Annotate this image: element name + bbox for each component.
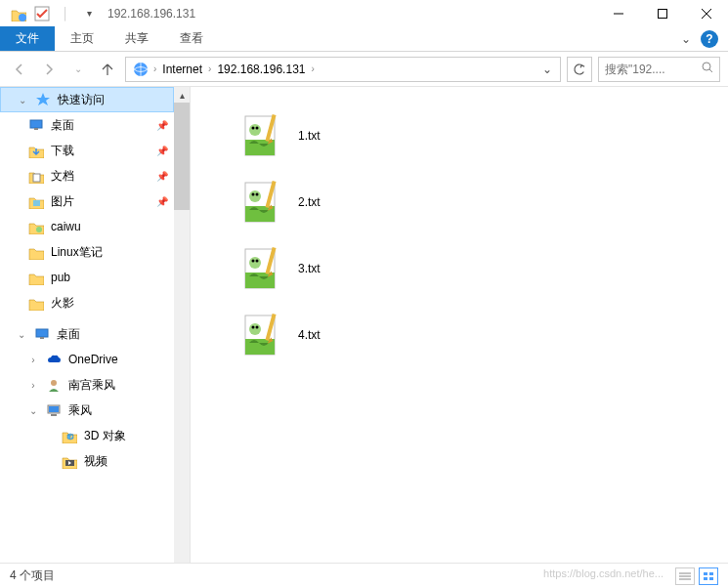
sidebar-item-label: 图片 [51, 193, 74, 210]
ribbon-chevron-icon[interactable]: ⌄ [681, 32, 691, 46]
pin-icon: 📌 [156, 146, 168, 156]
breadcrumb-internet[interactable]: Internet [158, 63, 206, 76]
icons-view-button[interactable] [699, 567, 718, 585]
sidebar-item-3d[interactable]: 3D 对象 [0, 423, 174, 448]
sidebar-item-label: 火影 [51, 295, 74, 312]
sidebar-item-下载[interactable]: 下载📌 [0, 138, 174, 163]
status-bar: 4 个项目 https://blog.csdn.net/he... [0, 563, 728, 588]
recent-dropdown-icon[interactable]: ⌄ [66, 58, 90, 81]
sidebar-item-caiwu[interactable]: caiwu [0, 214, 174, 239]
address-bar: ⌄ › Internet › 192.168.196.131 › ⌄ [0, 52, 728, 87]
onedrive-icon [45, 351, 63, 368]
pin-icon: 📌 [156, 171, 168, 182]
expand-icon[interactable]: ⌄ [17, 95, 28, 105]
minimize-button[interactable] [596, 0, 640, 26]
file-item[interactable]: 4.txt [239, 302, 728, 368]
sidebar-item-火影[interactable]: 火影 [0, 290, 174, 315]
file-item[interactable]: 2.txt [239, 169, 728, 235]
file-item[interactable]: 1.txt [239, 103, 728, 169]
svg-line-15 [709, 69, 712, 72]
details-view-button[interactable] [675, 567, 695, 585]
chevron-right-icon[interactable]: › [311, 63, 314, 74]
svg-rect-27 [51, 414, 57, 416]
svg-rect-19 [33, 174, 40, 182]
videos-icon [61, 452, 78, 470]
search-icon [702, 62, 713, 76]
breadcrumb-host[interactable]: 192.168.196.131 [213, 63, 309, 76]
quick-access-label: 快速访问 [58, 92, 105, 108]
star-icon [34, 91, 52, 108]
documents-icon [27, 167, 45, 185]
3d-icon [61, 427, 78, 444]
watermark: https://blog.csdn.net/he... [543, 567, 664, 585]
file-name: 4.txt [298, 328, 321, 342]
search-box[interactable] [598, 57, 720, 82]
folder-icon [27, 269, 45, 286]
sidebar-item-label: 3D 对象 [84, 428, 126, 444]
desktop-label: 桌面 [57, 326, 80, 343]
file-name: 2.txt [298, 195, 321, 209]
svg-rect-35 [704, 577, 707, 580]
sidebar-item-label: 南宫乘风 [68, 377, 115, 394]
help-icon[interactable]: ? [701, 30, 718, 48]
sidebar-item-文档[interactable]: 文档📌 [0, 163, 174, 189]
svg-point-21 [36, 227, 42, 232]
sidebar-item-Linux笔记[interactable]: Linux笔记 [0, 239, 174, 265]
sidebar-item-this-pc[interactable]: ⌄乘风 [0, 398, 174, 423]
nav-scrollbar[interactable]: ▴ [174, 87, 190, 563]
sidebar-item-图片[interactable]: 图片📌 [0, 189, 174, 214]
back-button[interactable] [8, 58, 31, 81]
window-controls [596, 0, 728, 26]
folder-icon [27, 294, 45, 312]
quick-access-header[interactable]: ⌄快速访问 [0, 87, 174, 112]
maximize-button[interactable] [640, 0, 684, 26]
checkbox-icon[interactable] [33, 5, 51, 22]
sidebar-item-label: Linux笔记 [51, 244, 103, 261]
txt-file-icon [239, 312, 286, 358]
chevron-down-icon[interactable]: ⌄ [542, 63, 556, 76]
qat-dropdown-icon[interactable]: ▾ [80, 5, 98, 22]
svg-marker-16 [36, 93, 50, 105]
svg-point-7 [19, 14, 26, 21]
txt-file-icon [239, 112, 286, 159]
up-button[interactable] [96, 58, 119, 81]
window-title: 192.168.196.131 [107, 7, 195, 21]
tab-file[interactable]: 文件 [0, 26, 55, 51]
file-item[interactable]: 3.txt [239, 235, 728, 302]
folder-icon [27, 243, 45, 261]
search-input[interactable] [605, 63, 693, 76]
scrollbar-up-icon[interactable]: ▴ [174, 87, 190, 103]
user-icon [45, 376, 63, 394]
chevron-right-icon[interactable]: › [153, 63, 156, 74]
expand-icon[interactable]: ⌄ [27, 405, 39, 416]
chevron-right-icon[interactable]: › [208, 63, 211, 74]
sidebar-item-label: caiwu [51, 220, 81, 233]
sidebar-item-桌面[interactable]: 桌面📌 [0, 112, 174, 138]
expand-icon[interactable]: ⌄ [16, 329, 27, 340]
pictures-icon [27, 192, 45, 210]
txt-file-icon [239, 245, 286, 292]
sidebar-item-label: OneDrive [68, 353, 118, 366]
scrollbar-thumb[interactable] [174, 103, 190, 210]
sidebar-item-label: pub [51, 271, 70, 284]
main-area: ⌄快速访问桌面📌下载📌文档📌图片📌caiwuLinux笔记pub火影⌄桌面›On… [0, 87, 728, 563]
content-pane[interactable]: 1.txt2.txt3.txt4.txt [191, 87, 728, 563]
sidebar-item-pub[interactable]: pub [0, 265, 174, 290]
svg-rect-33 [704, 572, 707, 575]
sidebar-item-videos[interactable]: 视频 [0, 448, 174, 474]
svg-point-24 [51, 380, 57, 386]
expand-icon[interactable]: › [27, 380, 39, 391]
item-count: 4 个项目 [10, 567, 55, 584]
sidebar-item-user[interactable]: ›南宫乘风 [0, 372, 174, 398]
refresh-button[interactable] [567, 57, 592, 82]
tab-share[interactable]: 共享 [109, 26, 164, 51]
desktop-header[interactable]: ⌄桌面 [0, 321, 174, 347]
forward-button[interactable] [37, 58, 61, 81]
sidebar-item-onedrive[interactable]: ›OneDrive [0, 347, 174, 372]
svg-rect-20 [33, 200, 40, 206]
tab-view[interactable]: 查看 [164, 26, 219, 51]
breadcrumb[interactable]: › Internet › 192.168.196.131 › ⌄ [125, 57, 561, 82]
tab-home[interactable]: 主页 [55, 26, 109, 51]
close-button[interactable] [684, 0, 728, 26]
expand-icon[interactable]: › [27, 355, 39, 365]
